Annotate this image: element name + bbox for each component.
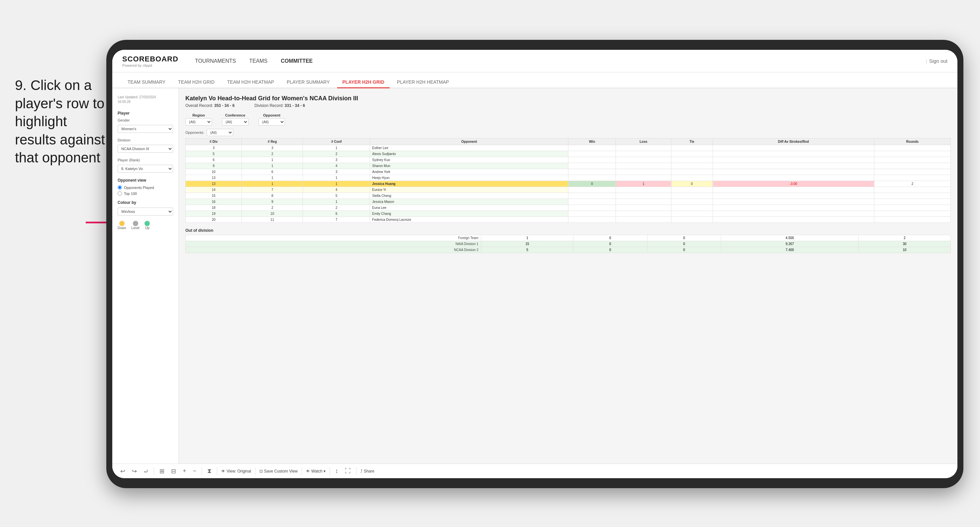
top-nav-links: TOURNAMENTS TEAMS COMMITTEE bbox=[195, 56, 926, 66]
table-row[interactable]: 14 7 4 Eunice Yi bbox=[186, 187, 951, 193]
watch-button[interactable]: 👁 Watch ▾ bbox=[306, 469, 326, 473]
nav-teams[interactable]: TEAMS bbox=[249, 56, 267, 66]
toolbar-divider-3 bbox=[217, 467, 217, 475]
out-of-division-title: Out of division bbox=[185, 228, 951, 233]
resize-button[interactable]: ↕ bbox=[334, 466, 339, 476]
col-loss: Loss bbox=[616, 138, 671, 145]
toolbar-divider-2 bbox=[202, 467, 202, 475]
share-button[interactable]: ⤴ Share bbox=[360, 469, 374, 473]
col-tie: Tie bbox=[671, 138, 713, 145]
toolbar-divider-4 bbox=[255, 467, 256, 475]
toolbar-divider-5 bbox=[302, 467, 302, 475]
division-dropdown[interactable]: NCAA Division III bbox=[118, 145, 173, 153]
opponents-dropdown[interactable]: (All) bbox=[207, 129, 233, 136]
table-row[interactable]: 3 3 1 Esther Lee bbox=[186, 145, 951, 151]
col-div: # Div bbox=[186, 138, 242, 145]
save-icon: ⊡ bbox=[259, 469, 263, 473]
instruction-text: 9. Click on a player's row to highlight … bbox=[15, 76, 108, 167]
view-original-button[interactable]: 👁 View: Original bbox=[221, 469, 251, 473]
sidebar: Last Updated: 27/03/2024 16:55:28 Player… bbox=[112, 88, 179, 464]
table-row[interactable]: 6 1 3 Sydney Kuo bbox=[186, 157, 951, 163]
table-row[interactable]: 19 10 6 Emily Chang bbox=[186, 211, 951, 217]
col-opponent: Opponent bbox=[370, 138, 568, 145]
table-row[interactable]: 18 2 2 Euna Lee bbox=[186, 205, 951, 211]
tab-player-summary[interactable]: PLAYER SUMMARY bbox=[282, 77, 335, 88]
bottom-toolbar: ↩ ↪ ⤾ ⊞ ⊟ + − ⧗ 👁 View: Original ⊡ Save … bbox=[112, 464, 958, 478]
table-row[interactable]: 20 11 7 Federica Domecq Lacroze bbox=[186, 217, 951, 223]
sign-out-area: | Sign out bbox=[926, 58, 947, 64]
tab-player-h2h-grid[interactable]: PLAYER H2H GRID bbox=[337, 77, 390, 88]
gender-label: Gender bbox=[118, 118, 173, 122]
out-of-division-table: Foreign Team 1 0 0 4.500 2 NAIA Division… bbox=[185, 235, 951, 253]
toolbar-divider-1 bbox=[154, 467, 154, 475]
table-row[interactable]: 16 9 1 Jessica Mason bbox=[186, 199, 951, 205]
division-label: Division bbox=[118, 138, 173, 142]
content-area: Katelyn Vo Head-to-Head Grid for Women's… bbox=[179, 88, 958, 464]
col-diff: Diff Av Strokes/Rnd bbox=[713, 138, 874, 145]
sign-out-link[interactable]: Sign out bbox=[929, 58, 947, 64]
radio-opponents-played[interactable]: Opponents Played bbox=[118, 185, 173, 190]
col-win: Win bbox=[568, 138, 616, 145]
secondary-nav: TEAM SUMMARY TEAM H2H GRID TEAM H2H HEAT… bbox=[112, 72, 958, 88]
minus2-button[interactable]: − bbox=[192, 466, 198, 476]
tab-team-summary[interactable]: TEAM SUMMARY bbox=[122, 77, 171, 88]
table-row[interactable]: 13 1 1 Jessica Huang 0 1 0 -3.00 2 bbox=[186, 181, 951, 187]
tab-team-h2h-heatmap[interactable]: TEAM H2H HEATMAP bbox=[222, 77, 279, 88]
tablet-frame: SCOREBOARD Powered by clippd TOURNAMENTS… bbox=[106, 40, 963, 488]
tab-team-h2h-grid[interactable]: TEAM H2H GRID bbox=[173, 77, 220, 88]
table-row[interactable]: 15 8 5 Stella Cheng bbox=[186, 193, 951, 199]
gender-dropdown[interactable]: Women's bbox=[118, 125, 173, 133]
redo-button[interactable]: ↪ bbox=[130, 466, 138, 476]
nav-tournaments[interactable]: TOURNAMENTS bbox=[195, 56, 236, 66]
undo-button[interactable]: ↩ bbox=[119, 466, 127, 476]
logo: SCOREBOARD Powered by clippd bbox=[122, 55, 178, 67]
col-conf: # Conf bbox=[303, 138, 370, 145]
player-rank-label: Player (Rank) bbox=[118, 158, 173, 162]
refresh-button[interactable]: ⤾ bbox=[142, 466, 150, 476]
minus-button[interactable]: ⊟ bbox=[170, 466, 177, 476]
player-rank-dropdown[interactable]: 8. Katelyn Vo bbox=[118, 165, 173, 173]
tablet-screen: SCOREBOARD Powered by clippd TOURNAMENTS… bbox=[112, 50, 958, 478]
toolbar-divider-6 bbox=[329, 467, 330, 475]
add-button[interactable]: ⊞ bbox=[158, 466, 166, 476]
col-rounds: Rounds bbox=[874, 138, 950, 145]
watch-icon: 👁 bbox=[306, 469, 310, 473]
last-updated: Last Updated: 27/03/2024 16:55:28 bbox=[118, 95, 173, 104]
col-reg: # Reg bbox=[242, 138, 303, 145]
table-row[interactable]: 5 2 2 Alexis Sudjianto bbox=[186, 151, 951, 157]
conference-filter[interactable]: (All) bbox=[222, 118, 248, 125]
out-of-division-row[interactable]: Foreign Team 1 0 0 4.500 2 bbox=[186, 235, 951, 241]
opponents-label: Opponents: bbox=[185, 130, 204, 135]
toolbar-divider-7 bbox=[356, 467, 356, 475]
opponent-view-label: Opponent view bbox=[118, 178, 173, 183]
eye-icon: 👁 bbox=[221, 469, 225, 473]
main-content: Last Updated: 27/03/2024 16:55:28 Player… bbox=[112, 88, 958, 464]
logo-sub: Powered by clippd bbox=[122, 63, 178, 67]
tab-player-h2h-heatmap[interactable]: PLAYER H2H HEATMAP bbox=[392, 77, 455, 88]
fullscreen-button[interactable]: ⛶ bbox=[344, 466, 352, 476]
out-of-division-row[interactable]: NCAA Division 2 5 0 0 7.400 10 bbox=[186, 247, 951, 253]
share-icon: ⤴ bbox=[360, 469, 363, 473]
grid-title: Katelyn Vo Head-to-Head Grid for Women's… bbox=[185, 95, 951, 102]
clock-button[interactable]: ⧗ bbox=[206, 466, 213, 476]
colour-by-label: Colour by bbox=[118, 200, 173, 205]
radio-top100[interactable]: Top 100 bbox=[118, 191, 173, 195]
logo-title: SCOREBOARD bbox=[122, 55, 178, 63]
save-custom-view-button[interactable]: ⊡ Save Custom View bbox=[259, 469, 298, 473]
colour-by-dropdown[interactable]: Win/loss bbox=[118, 208, 173, 216]
nav-committee[interactable]: COMMITTEE bbox=[281, 56, 313, 66]
zoom-button[interactable]: + bbox=[181, 466, 188, 476]
grid-records: Overall Record: 353 - 34 - 6 Division Re… bbox=[185, 103, 951, 108]
table-row[interactable]: 13 1 1 Heejo Hyun bbox=[186, 175, 951, 181]
top-nav: SCOREBOARD Powered by clippd TOURNAMENTS… bbox=[112, 50, 958, 72]
opponent-filter[interactable]: (All) bbox=[258, 118, 285, 125]
out-of-division-row[interactable]: NAIA Division 1 15 0 0 9.267 30 bbox=[186, 241, 951, 247]
player-section-title: Player bbox=[118, 111, 173, 116]
grid-table: # Div # Reg # Conf Opponent Win Loss Tie… bbox=[185, 138, 951, 223]
colour-legend: Down Level Up bbox=[118, 221, 173, 230]
opponent-view-group: Opponents Played Top 100 bbox=[118, 185, 173, 195]
region-filter[interactable]: (All) bbox=[185, 118, 212, 125]
table-row[interactable]: 9 1 4 Sharon Mun bbox=[186, 163, 951, 169]
table-row[interactable]: 10 6 3 Andrea York bbox=[186, 169, 951, 175]
